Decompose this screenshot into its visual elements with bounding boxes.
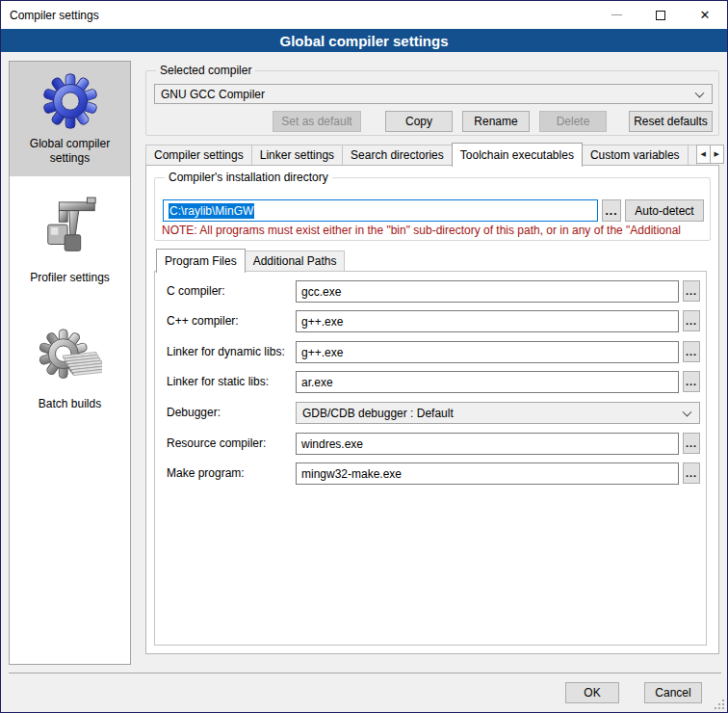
tab-linker-settings[interactable]: Linker settings bbox=[251, 145, 343, 166]
tab-scroll-buttons: ◀ ▶ bbox=[696, 145, 724, 164]
window-controls: ✕ bbox=[594, 1, 727, 29]
c-compiler-input[interactable]: gcc.exe bbox=[296, 280, 679, 303]
selected-compiler-group: Selected compiler GNU GCC Compiler Set a… bbox=[145, 70, 719, 136]
footer-divider bbox=[9, 673, 721, 673]
sidebar-item-global-compiler-settings[interactable]: Global compiler settings bbox=[10, 62, 130, 176]
installation-directory-browse-button[interactable]: ... bbox=[602, 199, 621, 222]
subtab-additional-paths[interactable]: Additional Paths bbox=[245, 251, 346, 272]
toolchain-executables-page: Compiler's installation directory C:\ray… bbox=[145, 165, 719, 654]
program-files-page: C compiler: gcc.exe ... C++ compiler: g+… bbox=[154, 271, 707, 646]
gray-gear-stack-icon bbox=[39, 327, 102, 390]
program-files-tabstrip: Program Files Additional Paths bbox=[156, 248, 345, 272]
minimize-icon bbox=[611, 14, 622, 15]
reset-defaults-button[interactable]: Reset defaults bbox=[629, 111, 713, 132]
make-program-browse-button[interactable]: ... bbox=[683, 462, 700, 484]
chevron-down-icon bbox=[695, 88, 705, 97]
dynamic-linker-browse-button[interactable]: ... bbox=[683, 341, 700, 362]
installation-directory-input[interactable]: C:\raylib\MinGW bbox=[163, 199, 598, 222]
cpp-compiler-label: C++ compiler: bbox=[167, 314, 239, 328]
close-icon: ✕ bbox=[700, 9, 711, 21]
chevron-down-icon bbox=[683, 407, 692, 416]
auto-detect-button[interactable]: Auto-detect bbox=[625, 199, 704, 222]
sidebar: Global compiler settings bbox=[9, 61, 131, 665]
c-compiler-browse-button[interactable]: ... bbox=[683, 280, 700, 302]
subtab-program-files[interactable]: Program Files bbox=[156, 249, 246, 273]
selected-compiler-combobox[interactable]: GNU GCC Compiler bbox=[154, 84, 713, 104]
dialog-banner: Global compiler settings bbox=[1, 29, 727, 52]
c-compiler-row: C compiler: gcc.exe ... bbox=[155, 280, 706, 304]
make-program-row: Make program: mingw32-make.exe ... bbox=[155, 462, 706, 486]
selected-compiler-group-label: Selected compiler bbox=[156, 64, 255, 77]
tab-search-directories[interactable]: Search directories bbox=[342, 145, 453, 166]
resource-compiler-label: Resource compiler: bbox=[167, 436, 266, 450]
sidebar-item-label: Global compiler settings bbox=[10, 133, 130, 175]
sidebar-item-label: Batch builds bbox=[10, 393, 130, 421]
debugger-combobox[interactable]: GDB/CDB debugger : Default bbox=[296, 402, 700, 424]
minimize-button[interactable] bbox=[594, 1, 638, 29]
blue-gear-icon bbox=[40, 71, 100, 131]
resource-compiler-browse-button[interactable]: ... bbox=[683, 433, 700, 454]
static-linker-browse-button[interactable]: ... bbox=[683, 371, 700, 392]
installation-directory-value: C:\raylib\MinGW bbox=[169, 203, 254, 219]
debugger-label: Debugger: bbox=[167, 406, 221, 419]
cpp-compiler-row: C++ compiler: g++.exe ... bbox=[155, 310, 706, 333]
maximize-button[interactable] bbox=[638, 1, 683, 29]
make-program-label: Make program: bbox=[167, 466, 245, 480]
static-linker-row: Linker for static libs: ar.exe ... bbox=[155, 371, 706, 394]
make-program-input[interactable]: mingw32-make.exe bbox=[296, 462, 679, 485]
window-title: Compiler settings bbox=[10, 9, 99, 22]
close-button[interactable]: ✕ bbox=[683, 1, 727, 29]
cpp-compiler-input[interactable]: g++.exe bbox=[296, 310, 679, 332]
sidebar-item-batch-builds[interactable]: Batch builds bbox=[10, 316, 130, 421]
rename-button[interactable]: Rename bbox=[462, 111, 530, 132]
debugger-value: GDB/CDB debugger : Default bbox=[302, 407, 454, 420]
titlebar[interactable]: Compiler settings ✕ bbox=[1, 1, 727, 29]
ok-button[interactable]: OK bbox=[565, 682, 619, 703]
resource-compiler-row: Resource compiler: windres.exe ... bbox=[155, 433, 706, 456]
static-linker-input[interactable]: ar.exe bbox=[296, 371, 679, 393]
delete-button[interactable]: Delete bbox=[539, 111, 607, 132]
tab-toolchain-executables[interactable]: Toolchain executables bbox=[452, 143, 583, 167]
cancel-button[interactable]: Cancel bbox=[644, 682, 702, 703]
cpp-compiler-browse-button[interactable]: ... bbox=[683, 310, 700, 331]
set-as-default-button[interactable]: Set as default bbox=[273, 111, 361, 132]
maximize-icon bbox=[656, 11, 665, 20]
c-compiler-label: C compiler: bbox=[167, 284, 225, 298]
bin-subdirectory-note: NOTE: All programs must exist either in … bbox=[162, 224, 697, 237]
settings-tabstrip: Compiler settings Linker settings Search… bbox=[145, 142, 721, 166]
sidebar-item-profiler-settings[interactable]: Profiler settings bbox=[10, 184, 130, 295]
dynamic-linker-label: Linker for dynamic libs: bbox=[167, 345, 285, 358]
tab-custom-variables[interactable]: Custom variables bbox=[582, 145, 689, 166]
caliper-profiler-icon bbox=[40, 194, 100, 265]
resource-compiler-input[interactable]: windres.exe bbox=[296, 433, 679, 455]
tab-scroll-right-button[interactable]: ▶ bbox=[710, 145, 724, 164]
installation-directory-group-label: Compiler's installation directory bbox=[165, 171, 332, 184]
selected-compiler-value: GNU GCC Compiler bbox=[161, 88, 265, 101]
static-linker-label: Linker for static libs: bbox=[167, 375, 269, 388]
resize-grip[interactable] bbox=[715, 700, 724, 709]
dynamic-linker-row: Linker for dynamic libs: g++.exe ... bbox=[155, 341, 706, 364]
copy-button[interactable]: Copy bbox=[385, 111, 453, 132]
compiler-settings-dialog: Compiler settings ✕ Global compiler sett… bbox=[0, 0, 728, 713]
dynamic-linker-input[interactable]: g++.exe bbox=[296, 341, 679, 363]
tab-compiler-settings[interactable]: Compiler settings bbox=[145, 145, 252, 166]
sidebar-item-label: Profiler settings bbox=[10, 267, 130, 295]
debugger-row: Debugger: GDB/CDB debugger : Default bbox=[155, 402, 706, 425]
tab-scroll-left-button[interactable]: ◀ bbox=[696, 145, 711, 164]
